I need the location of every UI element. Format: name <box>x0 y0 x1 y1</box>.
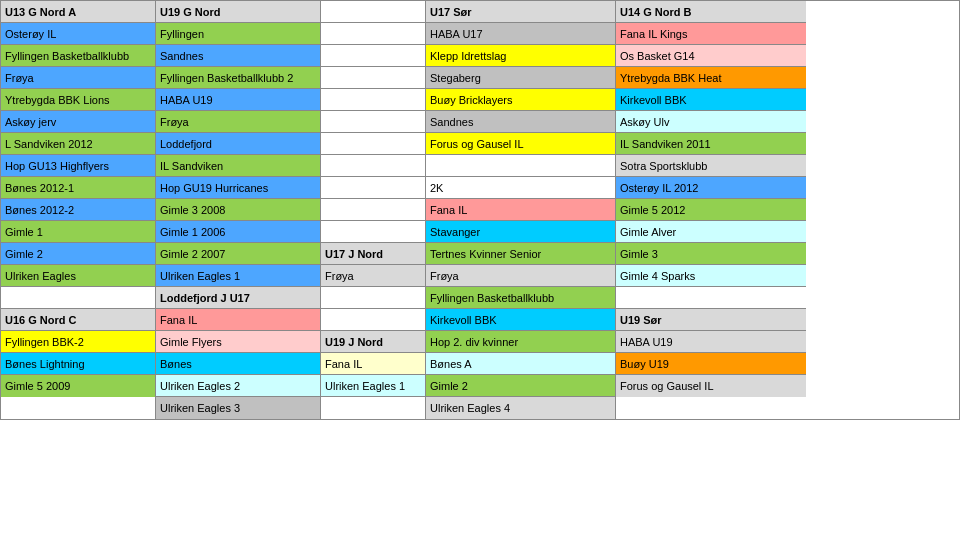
cell-1-10: Gimle 1 2006 <box>156 221 320 243</box>
cell-0-7: Hop GU13 Highflyers <box>1 155 155 177</box>
column-col1: U13 G Nord AOsterøy ILFyllingen Basketba… <box>1 1 156 419</box>
cell-4-15: HABA U19 <box>616 331 806 353</box>
cell-1-2: Sandnes <box>156 45 320 67</box>
cell-4-8: Osterøy IL 2012 <box>616 177 806 199</box>
cell-4-0: U14 G Nord B <box>616 1 806 23</box>
cell-0-3: Frøya <box>1 67 155 89</box>
cell-1-14: Fana IL <box>156 309 320 331</box>
cell-2-3 <box>321 67 425 89</box>
cell-2-2 <box>321 45 425 67</box>
cell-3-2: Klepp Idrettslag <box>426 45 615 67</box>
cell-1-11: Gimle 2 2007 <box>156 243 320 265</box>
cell-1-18: Ulriken Eagles 3 <box>156 397 320 419</box>
cell-2-4 <box>321 89 425 111</box>
cell-1-15: Gimle Flyers <box>156 331 320 353</box>
cell-4-11: Gimle 3 <box>616 243 806 265</box>
cell-1-17: Ulriken Eagles 2 <box>156 375 320 397</box>
cell-1-0: U19 G Nord <box>156 1 320 23</box>
cell-2-10 <box>321 221 425 243</box>
cell-0-5: Askøy jerv <box>1 111 155 133</box>
cell-1-3: Fyllingen Basketballklubb 2 <box>156 67 320 89</box>
cell-2-12: Frøya <box>321 265 425 287</box>
cell-3-8: 2K <box>426 177 615 199</box>
cell-0-8: Bønes 2012-1 <box>1 177 155 199</box>
cell-4-1: Fana IL Kings <box>616 23 806 45</box>
cell-3-4: Buøy Bricklayers <box>426 89 615 111</box>
column-col4: U14 G Nord BFana IL KingsOs Basket G14Yt… <box>616 1 806 419</box>
cell-2-15: U19 J Nord <box>321 331 425 353</box>
cell-4-14: U19 Sør <box>616 309 806 331</box>
cell-3-15: Hop 2. div kvinner <box>426 331 615 353</box>
cell-3-18: Ulriken Eagles 4 <box>426 397 615 419</box>
cell-4-9: Gimle 5 2012 <box>616 199 806 221</box>
cell-4-16: Buøy U19 <box>616 353 806 375</box>
cell-0-9: Bønes 2012-2 <box>1 199 155 221</box>
cell-2-16: Fana IL <box>321 353 425 375</box>
cell-4-13 <box>616 287 806 309</box>
column-col2b: U17 J NordFrøyaU19 J NordFana ILUlriken … <box>321 1 426 419</box>
cell-4-2: Os Basket G14 <box>616 45 806 67</box>
cell-2-7 <box>321 155 425 177</box>
cell-2-5 <box>321 111 425 133</box>
cell-3-1: HABA U17 <box>426 23 615 45</box>
cell-1-1: Fyllingen <box>156 23 320 45</box>
cell-2-9 <box>321 199 425 221</box>
cell-0-13 <box>1 287 155 309</box>
column-col2: U19 G NordFyllingenSandnesFyllingen Bask… <box>156 1 321 419</box>
cell-1-4: HABA U19 <box>156 89 320 111</box>
cell-3-7 <box>426 155 615 177</box>
cell-2-14 <box>321 309 425 331</box>
cell-0-4: Ytrebygda BBK Lions <box>1 89 155 111</box>
column-col3: U17 SørHABA U17Klepp IdrettslagStegaberg… <box>426 1 616 419</box>
cell-4-3: Ytrebygda BBK Heat <box>616 67 806 89</box>
cell-0-2: Fyllingen Basketballklubb <box>1 45 155 67</box>
cell-4-12: Gimle 4 Sparks <box>616 265 806 287</box>
cell-1-7: IL Sandviken <box>156 155 320 177</box>
cell-0-14: U16 G Nord C <box>1 309 155 331</box>
cell-1-16: Bønes <box>156 353 320 375</box>
cell-0-11: Gimle 2 <box>1 243 155 265</box>
cell-3-14: Kirkevoll BBK <box>426 309 615 331</box>
cell-1-13: Loddefjord J U17 <box>156 287 320 309</box>
cell-2-11: U17 J Nord <box>321 243 425 265</box>
cell-3-17: Gimle 2 <box>426 375 615 397</box>
cell-1-5: Frøya <box>156 111 320 133</box>
cell-2-8 <box>321 177 425 199</box>
cell-0-15: Fyllingen BBK-2 <box>1 331 155 353</box>
cell-3-3: Stegaberg <box>426 67 615 89</box>
cell-3-13: Fyllingen Basketballklubb <box>426 287 615 309</box>
cell-2-13 <box>321 287 425 309</box>
cell-4-10: Gimle Alver <box>616 221 806 243</box>
cell-2-17: Ulriken Eagles 1 <box>321 375 425 397</box>
cell-3-11: Tertnes Kvinner Senior <box>426 243 615 265</box>
cell-0-1: Osterøy IL <box>1 23 155 45</box>
cell-4-7: Sotra Sportsklubb <box>616 155 806 177</box>
cell-3-0: U17 Sør <box>426 1 615 23</box>
cell-3-12: Frøya <box>426 265 615 287</box>
cell-1-12: Ulriken Eagles 1 <box>156 265 320 287</box>
cell-3-10: Stavanger <box>426 221 615 243</box>
cell-2-1 <box>321 23 425 45</box>
cell-3-6: Forus og Gausel IL <box>426 133 615 155</box>
cell-3-16: Bønes A <box>426 353 615 375</box>
cell-4-6: IL Sandviken 2011 <box>616 133 806 155</box>
cell-4-5: Askøy Ulv <box>616 111 806 133</box>
cell-2-0 <box>321 1 425 23</box>
cell-0-10: Gimle 1 <box>1 221 155 243</box>
cell-1-8: Hop GU19 Hurricanes <box>156 177 320 199</box>
cell-2-18 <box>321 397 425 419</box>
cell-0-12: Ulriken Eagles <box>1 265 155 287</box>
cell-2-6 <box>321 133 425 155</box>
cell-0-6: L Sandviken 2012 <box>1 133 155 155</box>
cell-4-17: Forus og Gausel IL <box>616 375 806 397</box>
cell-0-16: Bønes Lightning <box>1 353 155 375</box>
cell-4-4: Kirkevoll BBK <box>616 89 806 111</box>
cell-3-5: Sandnes <box>426 111 615 133</box>
cell-0-0: U13 G Nord A <box>1 1 155 23</box>
cell-1-9: Gimle 3 2008 <box>156 199 320 221</box>
cell-0-17: Gimle 5 2009 <box>1 375 155 397</box>
cell-3-9: Fana IL <box>426 199 615 221</box>
cell-1-6: Loddefjord <box>156 133 320 155</box>
main-grid: U13 G Nord AOsterøy ILFyllingen Basketba… <box>0 0 960 420</box>
